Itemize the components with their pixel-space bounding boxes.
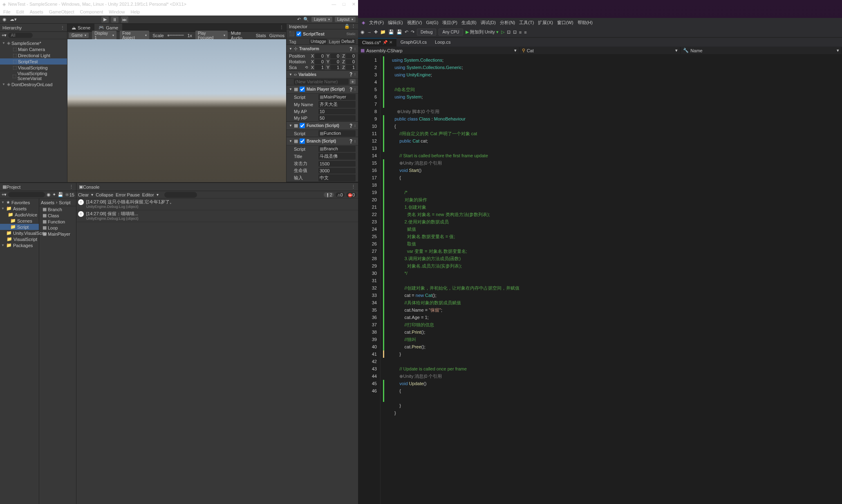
add-variable-button[interactable]: + (350, 79, 356, 84)
nav-member[interactable]: 🔧Name▾ (681, 47, 842, 54)
open-icon[interactable]: 📁 (380, 29, 386, 35)
fwd-icon[interactable]: → (367, 30, 372, 35)
nav-class[interactable]: ⚲Cat▾ (520, 47, 681, 54)
account-icon[interactable]: ◉ (2, 17, 7, 22)
cpu-dropdown[interactable]: Any CPU (439, 29, 463, 36)
mainplayer-header[interactable]: ▼▦Main Player (Script)❔ ⁝ (287, 85, 358, 94)
project-folder[interactable]: ▼📁Packages (0, 242, 39, 248)
project-tab[interactable]: ▦ Project⋮ (0, 183, 76, 191)
object-name[interactable]: ScriptTest (303, 31, 345, 36)
warn-count[interactable]: ⚠0 (336, 192, 345, 197)
console-log-entry[interactable]: ![14:27:08] 保留：喵喵喵...UnityEngine.Debug:L… (76, 210, 358, 222)
step-button[interactable]: ⏭ (121, 16, 128, 23)
menu-window[interactable]: Window (109, 9, 125, 14)
back-icon[interactable]: ◉ (361, 29, 365, 35)
editor-dropdown[interactable]: Editor (142, 192, 154, 197)
hierarchy-item[interactable]: ⬚Directional Light (0, 52, 67, 58)
vs-menu-build[interactable]: 生成(B) (460, 20, 478, 26)
field-input[interactable]: 3000 (318, 168, 356, 174)
filter-icon[interactable]: ✦ (52, 192, 56, 197)
project-asset[interactable]: ▦Function (39, 219, 76, 225)
hierarchy-item[interactable]: ⬚VisualScripting SceneVariat (0, 71, 67, 81)
hierarchy-item[interactable]: ⬚VisualScripting (0, 65, 67, 71)
tag-dropdown[interactable]: Untagge (309, 39, 327, 44)
field-input[interactable]: 50 (318, 115, 356, 121)
console-tab[interactable]: ▣ Console⋮ (76, 183, 358, 191)
vs-menu-project[interactable]: 项目(P) (441, 20, 459, 26)
hierarchy-item[interactable]: ⬚ScriptTest (0, 58, 67, 65)
transform-header[interactable]: ▼⊹Transform❔ ⁝ (287, 45, 358, 53)
vs-menu-edit[interactable]: 编辑(E) (387, 20, 404, 26)
new-icon[interactable]: ✚ (374, 29, 378, 35)
console-log-entry[interactable]: ![14:27:08] 这只小猫名叫保留,它今年1岁了。UnityEngine.… (76, 198, 358, 210)
field-input[interactable]: 10 (318, 109, 356, 114)
hierarchy-item[interactable]: ▼◈DontDestroyOnLoad (0, 81, 67, 87)
project-asset[interactable]: ▦Class (39, 212, 76, 219)
vs-menu-debug[interactable]: 调试(D) (479, 20, 497, 26)
stats-toggle[interactable]: Stats (256, 33, 266, 38)
tab-scene[interactable]: ⛰ Scene (67, 24, 94, 31)
layers-dropdown[interactable]: Layers (311, 17, 332, 22)
maximize-icon[interactable]: □ (343, 2, 345, 7)
icon[interactable]: ⊡ (513, 29, 517, 35)
icon[interactable]: ≡ (519, 30, 522, 35)
menu-component[interactable]: Component (80, 9, 103, 14)
layer-dropdown[interactable]: Default (340, 39, 356, 44)
mute-audio-toggle[interactable]: Mute Audio (231, 31, 253, 40)
create-icon[interactable]: +▾ (2, 192, 7, 197)
pin-icon[interactable]: 📌 (383, 40, 387, 45)
active-checkbox[interactable] (296, 31, 301, 36)
vs-menu-analyze[interactable]: 分析(N) (499, 20, 516, 26)
field-input[interactable]: 中文 (318, 174, 356, 181)
project-folder[interactable]: 📁AudioVoice (0, 212, 39, 218)
save-all-icon[interactable]: 💾 (396, 29, 402, 35)
tab-loop[interactable]: Loop.cs (431, 38, 455, 46)
run-button[interactable]: ▶ 附加到 Unity ▾ (466, 29, 499, 35)
aspect-dropdown[interactable]: Free Aspect (120, 31, 149, 40)
project-folder[interactable]: 📁VisualScript (0, 236, 39, 242)
project-folder[interactable]: ▼📁Assets (0, 205, 39, 212)
project-asset[interactable]: ▦Loop (39, 225, 76, 231)
config-dropdown[interactable]: Debug (417, 29, 436, 36)
function-header[interactable]: ▼▦Function (Script)❔ ⁝ (287, 121, 358, 130)
project-asset[interactable]: ▦MainPlayer (39, 231, 76, 237)
redo-icon[interactable]: ↷ (411, 29, 414, 35)
undo-icon[interactable]: ↶ (405, 29, 408, 35)
filter-icon[interactable]: ◉ (47, 192, 51, 197)
vs-menu-tools[interactable]: 工具(T) (518, 20, 535, 26)
info-count[interactable]: ❕2 (324, 192, 334, 197)
project-search[interactable] (8, 192, 45, 197)
inspector-tab[interactable]: Inspector🔒 ⋮ (287, 24, 358, 29)
project-folder[interactable]: 📁Script (0, 224, 39, 230)
error-pause-toggle[interactable]: Error Pause (116, 192, 140, 197)
vs-menu-help[interactable]: 帮助(H) (576, 20, 594, 26)
nav-assembly[interactable]: ▦Assembly-CSharp▾ (358, 47, 520, 54)
field-input[interactable]: 斗战圣佛 (318, 153, 356, 160)
run-nobuild-button[interactable]: ▷ (501, 29, 504, 35)
close-icon[interactable]: ✕ (352, 2, 356, 7)
close-icon[interactable]: ✕ (389, 40, 392, 45)
icon[interactable]: ≡ (524, 30, 526, 35)
cloud-icon[interactable]: ☁▾ (10, 17, 17, 22)
project-folder[interactable]: ▼★Favorites (0, 199, 39, 205)
branch-header[interactable]: ▼▦Branch (Script)❔ ⁝ (287, 137, 358, 145)
project-folder[interactable]: 📁Unity.VisualScrip (0, 230, 39, 236)
menu-file[interactable]: File (3, 9, 11, 14)
game-dropdown[interactable]: Game (69, 33, 89, 38)
create-icon[interactable]: +▾ (2, 33, 7, 38)
save-icon[interactable]: 💾 (388, 29, 394, 35)
play-button[interactable]: ▶ (101, 16, 109, 23)
panel-menu-icon[interactable]: ⋮ (277, 24, 286, 31)
err-count[interactable]: ⛔0 (346, 192, 356, 197)
clear-button[interactable]: Clear (78, 192, 89, 197)
minimize-icon[interactable]: — (331, 2, 336, 7)
layout-dropdown[interactable]: Layout (335, 17, 356, 22)
field-input[interactable]: 齐天大圣 (318, 101, 356, 108)
gizmos-toggle[interactable]: Gizmos (269, 33, 284, 38)
field-input[interactable]: 1500 (318, 161, 356, 167)
hierarchy-item[interactable]: ▼◈SampleScene* (0, 40, 67, 46)
hierarchy-tab[interactable]: Hierarchy⋮ (0, 24, 67, 32)
vs-menu-git[interactable]: Git(G) (425, 20, 439, 25)
vs-editor[interactable]: 1234567891011121314151617181920212223242… (358, 55, 842, 504)
collapse-toggle[interactable]: Collapse (96, 192, 113, 197)
